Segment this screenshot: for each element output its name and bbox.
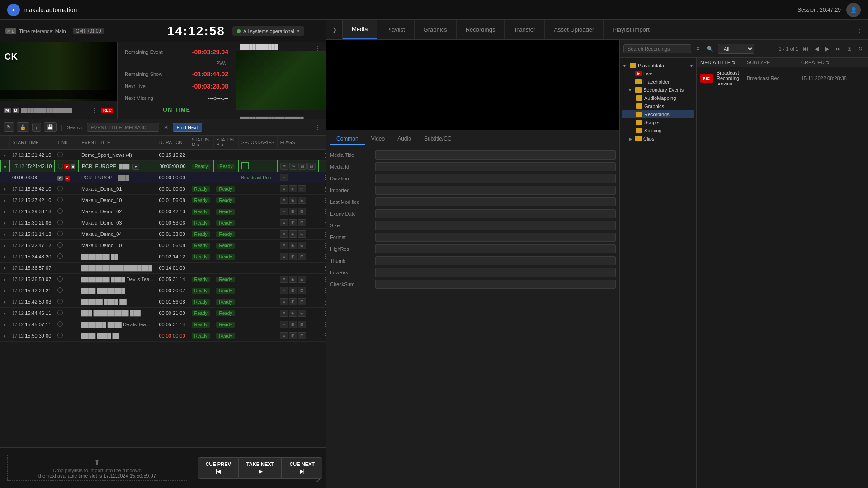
action-icon[interactable]: ⊞ [289,219,297,226]
prop-value-duration[interactable] [375,174,616,183]
tab-graphics[interactable]: Graphics [415,20,457,39]
action-icon[interactable]: ≡ [280,298,288,305]
prop-value-checksum[interactable] [375,280,616,289]
folder-item-playoutdata[interactable]: ▾ Playoutdata ▾ [622,61,694,70]
action-icon[interactable]: ⊟ [298,230,306,238]
search-recordings-input[interactable] [623,44,691,53]
table-row[interactable]: ● 17.12 15:44:46.11 ███ ██████████ ███ 0… [0,308,326,319]
sort-btn[interactable]: ↕ [32,123,41,132]
tab-playlist-import[interactable]: Playlist Import [604,20,659,39]
action-icon[interactable]: ⊞ [298,163,307,170]
table-row[interactable]: ● 17.12 15:21:42.10 ▶ ■ PCR_EUROPE_███ ▾ [0,161,326,172]
action-icon[interactable]: ⊟ [298,253,306,260]
preview-menu-btn[interactable]: ⋮ [90,106,99,114]
find-next-btn[interactable]: Find Next [173,123,202,132]
action-icon[interactable]: ≡ [280,253,288,260]
page-prev-btn[interactable]: ◀ [813,45,821,53]
row-more-btn[interactable]: ⋮ [321,253,326,261]
prop-value-size[interactable] [375,221,616,230]
prop-tab-common[interactable]: Common [330,134,365,145]
tab-asset-uploader[interactable]: Asset Uploader [545,20,604,39]
prop-value-imported[interactable] [375,186,616,195]
action-icon[interactable]: ⊟ [298,321,306,328]
filter-dropdown[interactable]: All [718,44,754,54]
folder-item-clips[interactable]: ▶ Clips [622,135,694,143]
nav-expand-btn[interactable]: ❯ [326,20,343,39]
action-icon[interactable]: ≡ [280,197,288,204]
pvw-menu-btn[interactable]: ⋮ [313,44,322,52]
prop-tab-audio[interactable]: Audio [391,134,418,145]
refresh-btn[interactable]: ↻ [4,122,14,132]
prop-value-media-title[interactable] [375,150,616,160]
table-row[interactable]: ● 17.12 15:34:43.20 ████████ ██ 00:02:14… [0,251,326,263]
tab-transfer[interactable]: Transfer [505,20,545,39]
row-more-btn[interactable]: ⋮ [321,298,326,306]
action-icon[interactable]: ⊞ [289,185,297,192]
folder-item-placeholder[interactable]: Placeholder [622,78,694,86]
action-icon[interactable]: ≡ [280,219,288,226]
folder-item-secondary-events[interactable]: ▾ Secondary Events [622,86,694,94]
row-more-btn[interactable]: ⋮ [321,196,326,204]
folder-item-audiomapping[interactable]: AudioMapping [622,94,694,102]
prop-value-expiry-date[interactable] [375,209,616,218]
view-refresh-btn[interactable]: ↻ [856,45,864,53]
table-row[interactable]: 00:00:00.00 G ● PCR_EUROPE_███ 00:00:00.… [0,172,326,183]
action-icon[interactable]: ≡ [280,163,288,170]
action-icon[interactable]: ≡ [280,332,288,339]
table-row[interactable]: ● 17.12 15:26:42.10 Makalu_Demo_01 00:01… [0,183,326,195]
row-more-btn[interactable]: ⋮ [321,185,326,193]
prop-value-thumb[interactable] [375,256,616,265]
search-recordings-btn[interactable]: 🔍 [705,45,715,53]
rundown-search-input[interactable] [87,123,159,132]
drop-zone[interactable]: ⬆ Drop playlists to import into the rund… [7,455,187,481]
tab-playlist[interactable]: Playlist [377,20,414,39]
action-icon[interactable]: ⊟ [298,185,306,192]
table-row[interactable]: ● 17.12 15:29:38.18 Makalu_Demo_02 00:00… [0,206,326,217]
action-icon[interactable]: ⊞ [289,197,297,204]
action-icon[interactable]: ≡ [280,230,288,238]
folder-item-live[interactable]: ▶ Live [622,70,694,78]
prop-value-media-id[interactable] [375,162,616,171]
action-icon[interactable]: ⊞ [289,230,297,238]
table-row[interactable]: ● 17.12 15:45:07.11 ███████ ████ Devils … [0,319,326,330]
action-icon[interactable]: ⊟ [298,276,306,283]
folder-item-splicing[interactable]: Splicing [622,127,694,135]
row-more-btn[interactable]: ⋮ [321,219,326,227]
action-icon[interactable]: ⊟ [298,332,306,339]
row-more-btn[interactable]: ⋮ [322,162,326,170]
tab-media[interactable]: Media [343,20,377,39]
action-icon[interactable]: ≡ [280,321,288,328]
page-last-btn[interactable]: ⏭ [834,45,843,53]
tab-recordings[interactable]: Recordings [457,20,505,39]
transport-expand-btn[interactable]: ⤢ [314,476,322,484]
action-icon[interactable]: ≡ [280,185,288,192]
prop-value-highres[interactable] [375,244,616,253]
prop-tab-video[interactable]: Video [365,134,391,145]
row-more-btn[interactable]: ⋮ [321,174,326,182]
prop-value-lowres[interactable] [375,268,616,277]
row-more-btn[interactable]: ⋮ [321,207,326,216]
action-icon[interactable]: ⊟ [298,208,306,215]
table-row[interactable]: ● 17.12 15:32:47.12 Makalu_Demo_10 00:01… [0,240,326,251]
table-row[interactable]: ● 17.12 15:42:29.21 ████ ████████ 00:00:… [0,285,326,296]
cue-next-btn[interactable]: CUE NEXT ▶| [282,457,322,479]
action-icon[interactable]: ⊞ [289,310,297,317]
row-more-btn[interactable]: ⋮ [321,320,326,328]
action-icon[interactable]: ≡ [280,242,288,249]
prop-value-format[interactable] [375,233,616,242]
sys-status-chevron[interactable]: ▾ [297,28,300,34]
nav-more-btn[interactable]: ⋮ [852,20,868,39]
action-icon[interactable]: ⊟ [298,310,306,317]
save-btn[interactable]: 💾 [44,122,57,132]
table-row[interactable]: ● 17.12 15:27:42.10 Makalu_Demo_10 00:01… [0,195,326,206]
row-more-btn[interactable]: ⋮ [321,309,326,317]
row-more-btn[interactable]: ⋮ [321,151,326,159]
search-clear-btn[interactable]: ✕ [162,123,170,131]
folder-item-graphics[interactable]: Graphics [622,102,694,110]
action-icon[interactable]: ⊞ [289,208,297,215]
action-icon[interactable]: ≡ [280,310,288,317]
rundown-more-btn[interactable]: ⋮ [313,123,322,131]
table-row[interactable]: ● 17.12 15:31:14.12 Makalu_Demo_04 00:01… [0,229,326,240]
action-icon[interactable]: ⊞ [289,287,297,294]
table-row[interactable]: ● 17.12 15:50:39.00 ████ ████ ██ 00:00:0… [0,330,326,342]
